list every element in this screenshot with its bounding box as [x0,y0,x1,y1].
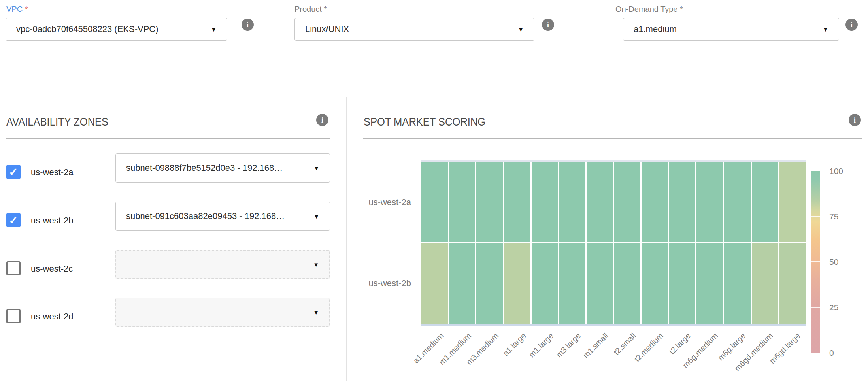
vpc-info-icon[interactable]: i [242,19,254,31]
colorbar-ticklabel-0: 0 [829,348,834,358]
heatmap-cell-us-west-2a-m6gd.large [779,162,806,242]
subnet-select-us-west-2b[interactable]: subnet-091c603aa82e09453 - 192.168… ▼ [115,202,330,231]
heatmap-cell-us-west-2a-m6g.medium [696,162,723,242]
availability-zones-info-icon[interactable]: i [316,114,328,126]
heatmap-xlabel-t2.large: t2.large [667,331,692,356]
product-label: Product * [294,5,327,14]
vpc-required-asterisk: * [25,5,28,13]
subnet-select-us-west-2c[interactable]: ▼ [115,250,330,279]
availability-zones-title: AVAILABILITY ZONES [6,115,108,128]
heatmap-cell-us-west-2a-t2.medium [642,162,668,242]
colorbar-ticklabel-50: 50 [829,257,838,267]
colorbar-tickline-50 [811,261,820,262]
heatmap-cell-us-west-2b-m6gd.large [779,243,806,324]
chevron-down-icon: ▼ [313,213,319,219]
az-label-us-west-2c: us-west-2c [31,264,73,274]
colorbar-ticklabel-100: 100 [829,166,843,176]
chevron-down-icon: ▼ [313,262,319,268]
colorbar-tickline-25 [811,307,820,308]
on-demand-type-info-icon[interactable]: i [845,19,858,31]
heatmap-cell-us-west-2b-t2.small [614,243,641,324]
heatmap-cell-us-west-2b-m6gd.medium [752,243,778,324]
heatmap-cell-us-west-2a-m3.medium [476,162,503,242]
vpc-select[interactable]: vpc-0adcb70f645508223 (EKS-VPC) ▼ [6,18,227,41]
heatmap-xlabel-m1.large: m1.large [527,331,555,359]
spot-market-scoring-divider [363,138,862,139]
heatmap-cell-us-west-2a-t2.small [614,162,641,242]
heatmap-cell-us-west-2b-m6g.medium [696,243,723,324]
colorbar-ticklabel-75: 75 [829,212,838,221]
heatmap-xlabel-t2.small: t2.small [612,331,638,357]
spot-market-scoring-info-icon[interactable]: i [849,114,861,126]
vpc-label: VPC * [6,5,28,14]
vpc-select-value: vpc-0adcb70f645508223 (EKS-VPC) [16,24,159,34]
subnet-select-us-west-2d[interactable]: ▼ [115,298,330,327]
heatmap-cell-us-west-2a-m3.large [559,162,585,242]
chevron-down-icon: ▼ [313,165,319,171]
az-checkbox-us-west-2c[interactable] [6,261,21,275]
heatmap-cell-us-west-2b-m3.large [559,243,585,324]
product-select-value: Linux/UNIX [305,24,349,34]
heatmap-cell-us-west-2b-a1.medium [421,243,448,324]
heatmap-cell-us-west-2b-t2.medium [642,243,668,324]
heatmap-cell-us-west-2a-m1.small [587,162,613,242]
heatmap-cell-us-west-2a-t2.large [669,162,696,242]
heatmap-cell-us-west-2b-a1.large [504,243,530,324]
chevron-down-icon: ▼ [518,26,524,32]
product-select[interactable]: Linux/UNIX ▼ [294,18,534,41]
vpc-label-text: VPC [6,5,23,13]
heatmap-cell-us-west-2a-m1.large [532,162,558,242]
on-demand-type-select[interactable]: a1.medium ▼ [623,18,839,41]
heatmap-grid [421,162,806,324]
heatmap-cell-us-west-2a-m6gd.medium [752,162,778,242]
subnet-select-value: subnet-09888f7be5152d0e3 - 192.168… [126,163,283,173]
heatmap-bottom-strip [421,324,806,326]
az-checkbox-us-west-2a[interactable]: ✓ [6,165,21,179]
heatmap-ylabel-us-west-2a: us-west-2a [368,197,411,207]
colorbar-ticklabel-25: 25 [829,303,838,312]
chevron-down-icon: ▼ [313,309,319,315]
heatmap-cell-us-west-2b-m6g.large [724,243,751,324]
availability-zones-divider [6,138,330,139]
subnet-select-us-west-2a[interactable]: subnet-09888f7be5152d0e3 - 192.168… ▼ [115,153,330,183]
on-demand-type-label: On-Demand Type * [615,5,683,14]
chevron-down-icon: ▼ [823,26,828,32]
spot-instance-config-page: VPC * vpc-0adcb70f645508223 (EKS-VPC) ▼ … [0,0,868,381]
subnet-select-value: subnet-091c603aa82e09453 - 192.168… [126,211,285,221]
heatmap-cell-us-west-2a-m1.medium [449,162,476,242]
heatmap-ylabel-us-west-2b: us-west-2b [368,278,411,289]
az-label-us-west-2b: us-west-2b [31,215,74,226]
heatmap-cell-us-west-2b-m1.small [587,243,613,324]
heatmap-xlabel-m3.large: m3.large [555,331,583,359]
heatmap-cell-us-west-2a-a1.medium [421,162,448,242]
heatmap-colorbar [811,171,820,353]
heatmap-cell-us-west-2b-m1.medium [449,243,476,324]
az-checkbox-us-west-2d[interactable] [6,309,21,323]
heatmap-cell-us-west-2a-a1.large [504,162,530,242]
az-label-us-west-2a: us-west-2a [31,167,74,177]
chevron-down-icon: ▼ [211,26,217,32]
heatmap-cell-us-west-2a-m6g.large [724,162,751,242]
product-info-icon[interactable]: i [542,19,554,31]
heatmap-xlabel-a1.large: a1.large [501,331,528,358]
heatmap-xlabel-m1.small: m1.small [581,331,610,360]
az-checkbox-us-west-2b[interactable]: ✓ [6,213,21,227]
colorbar-tickline-75 [811,216,820,217]
panel-vertical-divider [346,97,347,381]
heatmap-xlabel-t2.medium: t2.medium [632,331,665,364]
az-label-us-west-2d: us-west-2d [31,311,74,322]
heatmap-cell-us-west-2b-t2.large [669,243,696,324]
heatmap-cell-us-west-2b-m3.medium [476,243,503,324]
spot-market-scoring-title: SPOT MARKET SCORING [364,115,485,128]
on-demand-type-select-value: a1.medium [634,24,677,34]
heatmap-cell-us-west-2b-m1.large [532,243,558,324]
